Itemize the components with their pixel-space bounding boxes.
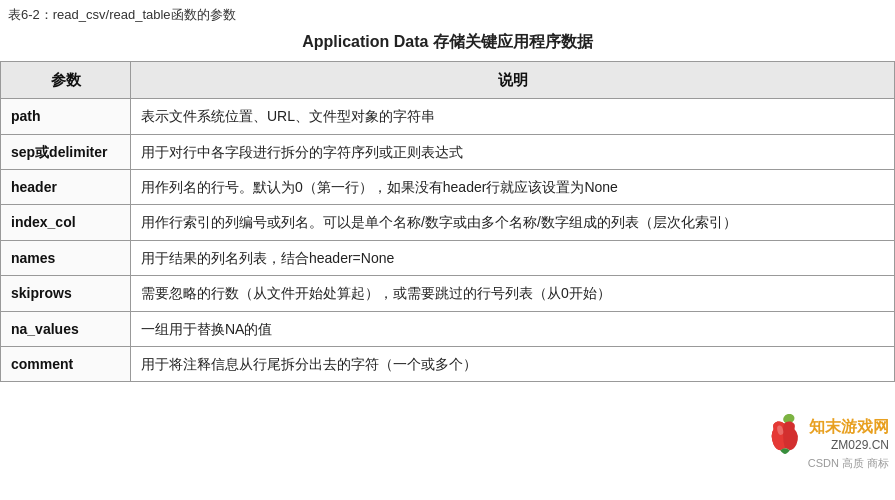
svg-point-1 xyxy=(776,425,784,436)
watermark-text-block: 知末游戏网 ZM029.CN xyxy=(809,417,889,452)
table-row: path表示文件系统位置、URL、文件型对象的字符串 xyxy=(1,99,895,134)
desc-cell: 用作行索引的列编号或列名。可以是单个名称/数字或由多个名称/数字组成的列表（层次… xyxy=(131,205,895,240)
col-header-param: 参数 xyxy=(1,62,131,99)
apple-icon xyxy=(767,414,803,454)
top-caption: 表6-2：read_csv/read_table函数的参数 xyxy=(0,0,895,26)
page-container: 表6-2：read_csv/read_table函数的参数 Applicatio… xyxy=(0,0,895,500)
desc-cell: 表示文件系统位置、URL、文件型对象的字符串 xyxy=(131,99,895,134)
param-cell: sep或delimiter xyxy=(1,134,131,169)
param-cell: na_values xyxy=(1,311,131,346)
watermark: 知末游戏网 ZM029.CN CSDN 高质 商标 xyxy=(675,410,895,500)
desc-cell: 用于对行中各字段进行拆分的字符序列或正则表达式 xyxy=(131,134,895,169)
desc-cell: 需要忽略的行数（从文件开始处算起），或需要跳过的行号列表（从0开始） xyxy=(131,276,895,311)
table-row: comment用于将注释信息从行尾拆分出去的字符（一个或多个） xyxy=(1,346,895,381)
table-row: sep或delimiter用于对行中各字段进行拆分的字符序列或正则表达式 xyxy=(1,134,895,169)
desc-cell: 一组用于替换NA的值 xyxy=(131,311,895,346)
table-row: na_values一组用于替换NA的值 xyxy=(1,311,895,346)
param-cell: header xyxy=(1,169,131,204)
table-row: index_col用作行索引的列编号或列名。可以是单个名称/数字或由多个名称/数… xyxy=(1,205,895,240)
table-header-row: 参数 说明 xyxy=(1,62,895,99)
params-table: 参数 说明 path表示文件系统位置、URL、文件型对象的字符串sep或deli… xyxy=(0,61,895,382)
param-cell: comment xyxy=(1,346,131,381)
desc-cell: 用作列名的行号。默认为0（第一行），如果没有header行就应该设置为None xyxy=(131,169,895,204)
table-row: header用作列名的行号。默认为0（第一行），如果没有header行就应该设置… xyxy=(1,169,895,204)
watermark-badge: CSDN 高质 商标 xyxy=(808,456,889,471)
desc-cell: 用于将注释信息从行尾拆分出去的字符（一个或多个） xyxy=(131,346,895,381)
desc-cell: 用于结果的列名列表，结合header=None xyxy=(131,240,895,275)
param-cell: path xyxy=(1,99,131,134)
param-cell: index_col xyxy=(1,205,131,240)
param-cell: skiprows xyxy=(1,276,131,311)
watermark-site-name: 知末游戏网 xyxy=(809,417,889,438)
main-title: Application Data 存储关键应用程序数据 xyxy=(0,26,895,61)
watermark-logo: 知末游戏网 ZM029.CN xyxy=(767,414,889,454)
svg-point-0 xyxy=(782,414,796,425)
table-row: names用于结果的列名列表，结合header=None xyxy=(1,240,895,275)
watermark-url: ZM029.CN xyxy=(831,438,889,452)
param-cell: names xyxy=(1,240,131,275)
table-row: skiprows需要忽略的行数（从文件开始处算起），或需要跳过的行号列表（从0开… xyxy=(1,276,895,311)
col-header-desc: 说明 xyxy=(131,62,895,99)
caption-text: 表6-2：read_csv/read_table函数的参数 xyxy=(8,7,236,22)
